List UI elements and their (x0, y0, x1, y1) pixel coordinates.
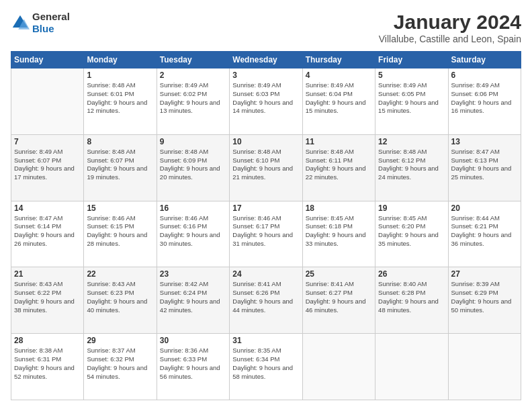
day-details: Sunrise: 8:49 AMSunset: 6:05 PMDaylight:… (378, 81, 439, 114)
calendar-table: Sunday Monday Tuesday Wednesday Thursday… (11, 51, 521, 400)
table-row: 3 Sunrise: 8:49 AMSunset: 6:03 PMDayligh… (230, 68, 302, 135)
table-row (302, 334, 375, 400)
table-row: 11 Sunrise: 8:48 AMSunset: 6:11 PMDaylig… (302, 134, 375, 201)
day-number: 12 (378, 137, 445, 146)
day-details: Sunrise: 8:49 AMSunset: 6:04 PMDaylight:… (306, 81, 366, 114)
day-number: 16 (160, 203, 226, 213)
day-number: 20 (451, 203, 518, 213)
table-row: 23 Sunrise: 8:42 AMSunset: 6:24 PMDaylig… (157, 267, 229, 334)
table-row: 2 Sunrise: 8:49 AMSunset: 6:02 PMDayligh… (157, 68, 229, 135)
logo: General Blue (11, 11, 70, 35)
month-title: January 2024 (379, 11, 521, 34)
day-details: Sunrise: 8:45 AMSunset: 6:20 PMDaylight:… (378, 214, 439, 247)
day-number: 30 (160, 336, 226, 345)
table-row: 16 Sunrise: 8:46 AMSunset: 6:16 PMDaylig… (157, 201, 229, 267)
day-details: Sunrise: 8:49 AMSunset: 6:02 PMDaylight:… (160, 81, 220, 114)
calendar-week-row: 7 Sunrise: 8:49 AMSunset: 6:07 PMDayligh… (11, 134, 521, 201)
col-wednesday: Wednesday (230, 52, 302, 68)
day-number: 3 (232, 71, 299, 80)
day-number: 6 (451, 71, 518, 80)
day-number: 1 (87, 71, 153, 80)
table-row: 1 Sunrise: 8:48 AMSunset: 6:01 PMDayligh… (84, 68, 157, 135)
calendar-week-row: 1 Sunrise: 8:48 AMSunset: 6:01 PMDayligh… (11, 68, 521, 135)
day-number: 11 (306, 137, 372, 146)
day-number: 25 (306, 269, 372, 279)
table-row: 7 Sunrise: 8:49 AMSunset: 6:07 PMDayligh… (11, 134, 84, 201)
day-details: Sunrise: 8:36 AMSunset: 6:33 PMDaylight:… (160, 347, 220, 379)
calendar-week-row: 28 Sunrise: 8:38 AMSunset: 6:31 PMDaylig… (11, 334, 521, 400)
day-details: Sunrise: 8:41 AMSunset: 6:26 PMDaylight:… (232, 280, 293, 313)
day-details: Sunrise: 8:46 AMSunset: 6:15 PMDaylight:… (87, 214, 147, 247)
day-number: 7 (14, 137, 81, 146)
table-row: 20 Sunrise: 8:44 AMSunset: 6:21 PMDaylig… (448, 201, 521, 267)
day-details: Sunrise: 8:48 AMSunset: 6:10 PMDaylight:… (232, 148, 293, 181)
day-details: Sunrise: 8:38 AMSunset: 6:31 PMDaylight:… (14, 347, 75, 379)
day-number: 22 (87, 269, 153, 279)
logo-general: General (32, 11, 70, 22)
table-row: 15 Sunrise: 8:46 AMSunset: 6:15 PMDaylig… (84, 201, 157, 267)
day-number: 14 (14, 203, 81, 213)
day-details: Sunrise: 8:48 AMSunset: 6:07 PMDaylight:… (87, 148, 147, 181)
table-row: 29 Sunrise: 8:37 AMSunset: 6:32 PMDaylig… (84, 334, 157, 400)
day-details: Sunrise: 8:45 AMSunset: 6:18 PMDaylight:… (306, 214, 366, 247)
calendar-week-row: 21 Sunrise: 8:43 AMSunset: 6:22 PMDaylig… (11, 267, 521, 334)
table-row: 19 Sunrise: 8:45 AMSunset: 6:20 PMDaylig… (375, 201, 448, 267)
day-details: Sunrise: 8:46 AMSunset: 6:17 PMDaylight:… (232, 214, 293, 247)
day-number: 9 (160, 137, 226, 146)
table-row: 18 Sunrise: 8:45 AMSunset: 6:18 PMDaylig… (302, 201, 375, 267)
logo-icon (11, 13, 30, 32)
day-details: Sunrise: 8:48 AMSunset: 6:01 PMDaylight:… (87, 81, 147, 114)
col-monday: Monday (84, 52, 157, 68)
day-details: Sunrise: 8:47 AMSunset: 6:14 PMDaylight:… (14, 214, 75, 247)
calendar-week-row: 14 Sunrise: 8:47 AMSunset: 6:14 PMDaylig… (11, 201, 521, 267)
day-number: 5 (378, 71, 445, 80)
day-details: Sunrise: 8:43 AMSunset: 6:23 PMDaylight:… (87, 280, 147, 313)
location-title: Villalube, Castille and Leon, Spain (379, 34, 521, 44)
table-row: 30 Sunrise: 8:36 AMSunset: 6:33 PMDaylig… (157, 334, 229, 400)
day-details: Sunrise: 8:49 AMSunset: 6:06 PMDaylight:… (451, 81, 512, 114)
col-sunday: Sunday (11, 52, 84, 68)
day-number: 18 (306, 203, 372, 213)
day-number: 24 (232, 269, 299, 279)
day-details: Sunrise: 8:46 AMSunset: 6:16 PMDaylight:… (160, 214, 220, 247)
day-number: 26 (378, 269, 445, 279)
day-number: 29 (87, 336, 153, 345)
day-number: 17 (232, 203, 299, 213)
header: General Blue January 2024 Villalube, Cas… (11, 11, 521, 44)
table-row: 5 Sunrise: 8:49 AMSunset: 6:05 PMDayligh… (375, 68, 448, 135)
logo-blue: Blue (32, 23, 54, 34)
day-details: Sunrise: 8:48 AMSunset: 6:12 PMDaylight:… (378, 148, 439, 181)
table-row: 22 Sunrise: 8:43 AMSunset: 6:23 PMDaylig… (84, 267, 157, 334)
day-details: Sunrise: 8:44 AMSunset: 6:21 PMDaylight:… (451, 214, 512, 247)
day-details: Sunrise: 8:39 AMSunset: 6:29 PMDaylight:… (451, 280, 512, 313)
day-details: Sunrise: 8:41 AMSunset: 6:27 PMDaylight:… (306, 280, 366, 313)
day-details: Sunrise: 8:42 AMSunset: 6:24 PMDaylight:… (160, 280, 220, 313)
title-block: January 2024 Villalube, Castille and Leo… (379, 11, 521, 44)
day-number: 23 (160, 269, 226, 279)
table-row (448, 334, 521, 400)
day-number: 4 (306, 71, 372, 80)
day-number: 13 (451, 137, 518, 146)
table-row: 21 Sunrise: 8:43 AMSunset: 6:22 PMDaylig… (11, 267, 84, 334)
table-row (11, 68, 84, 135)
table-row: 12 Sunrise: 8:48 AMSunset: 6:12 PMDaylig… (375, 134, 448, 201)
day-number: 10 (232, 137, 299, 146)
day-number: 8 (87, 137, 153, 146)
day-details: Sunrise: 8:49 AMSunset: 6:03 PMDaylight:… (232, 81, 293, 114)
col-thursday: Thursday (302, 52, 375, 68)
day-number: 2 (160, 71, 226, 80)
table-row: 10 Sunrise: 8:48 AMSunset: 6:10 PMDaylig… (230, 134, 302, 201)
col-friday: Friday (375, 52, 448, 68)
day-details: Sunrise: 8:40 AMSunset: 6:28 PMDaylight:… (378, 280, 439, 313)
page: General Blue January 2024 Villalube, Cas… (0, 0, 532, 411)
day-number: 28 (14, 336, 81, 345)
table-row: 8 Sunrise: 8:48 AMSunset: 6:07 PMDayligh… (84, 134, 157, 201)
day-details: Sunrise: 8:48 AMSunset: 6:11 PMDaylight:… (306, 148, 366, 181)
day-details: Sunrise: 8:43 AMSunset: 6:22 PMDaylight:… (14, 280, 75, 313)
table-row: 24 Sunrise: 8:41 AMSunset: 6:26 PMDaylig… (230, 267, 302, 334)
col-tuesday: Tuesday (157, 52, 229, 68)
day-number: 27 (451, 269, 518, 279)
table-row: 9 Sunrise: 8:48 AMSunset: 6:09 PMDayligh… (157, 134, 229, 201)
day-number: 21 (14, 269, 81, 279)
col-saturday: Saturday (448, 52, 521, 68)
